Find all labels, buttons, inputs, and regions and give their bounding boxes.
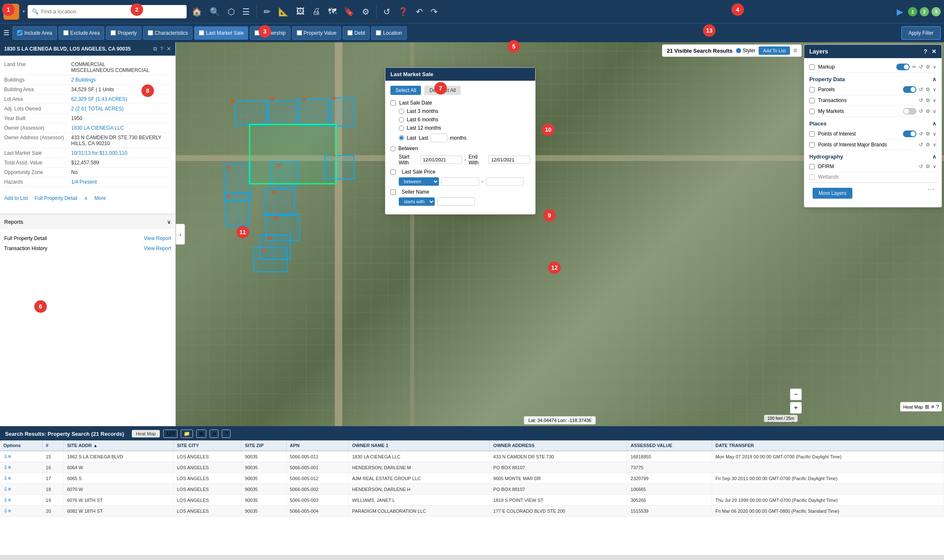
include-area-checkbox[interactable] <box>17 30 23 36</box>
add-to-list-link[interactable]: Add to List <box>4 191 28 205</box>
markup-toggle[interactable] <box>896 64 910 70</box>
filter-property-value[interactable]: Property Value <box>292 26 341 40</box>
table-row[interactable]: ⇩≡ 19 6076 W 18TH ST LOS ANGELES 90035 5… <box>0 495 944 506</box>
between-radio[interactable] <box>390 146 396 151</box>
markup-refresh-icon[interactable]: ↺ <box>919 64 923 70</box>
exclude-area-checkbox[interactable] <box>63 30 69 36</box>
debt-checkbox[interactable] <box>347 30 353 36</box>
price-filter-select[interactable]: between greater than less than <box>399 177 439 186</box>
select-all-button[interactable]: Select All <box>390 86 421 95</box>
last-sale-price-checkbox[interactable] <box>390 169 396 175</box>
hydrography-chevron[interactable]: ∧ <box>932 153 936 160</box>
home-icon[interactable]: 🏠 <box>189 5 205 18</box>
zoom-in-button[interactable]: + <box>790 402 802 414</box>
parcel-16[interactable] <box>330 97 355 127</box>
poi-chevron-icon[interactable]: ∨ <box>933 131 936 137</box>
start-date-input[interactable] <box>420 156 462 164</box>
menu-icon[interactable]: ☰ <box>3 29 9 37</box>
table-list-button[interactable]: ≡ <box>210 430 218 438</box>
property-data-chevron[interactable]: ∧ <box>932 76 936 82</box>
last-sale-date-checkbox[interactable] <box>390 100 396 106</box>
property-value-checkbox[interactable] <box>297 30 302 36</box>
parcel-18[interactable] <box>298 99 329 126</box>
col-date-transfer[interactable]: DATE TRANSFER <box>712 440 944 451</box>
filter-property[interactable]: Property <box>106 26 141 40</box>
forward-icon[interactable]: ↷ <box>428 5 440 18</box>
horizontal-scroll-bar[interactable] <box>0 555 944 560</box>
col-apn[interactable]: APN <box>286 440 349 451</box>
table-row[interactable]: ⇩≡ 20 6082 W 18TH ST LOS ANGELES 90035 5… <box>0 506 944 517</box>
col-owner-addr[interactable]: OWNER ADDRESS <box>490 440 627 451</box>
location-checkbox[interactable] <box>376 30 381 36</box>
last-3-months-radio[interactable] <box>399 109 404 114</box>
table-view-button[interactable]: 123 <box>163 430 177 438</box>
apply-filter-button[interactable]: Apply Filter <box>901 26 941 40</box>
search-input[interactable] <box>41 8 182 15</box>
transactions-gear-icon[interactable]: ⚙ <box>926 97 930 103</box>
filter-location[interactable]: Location <box>371 26 406 40</box>
parcels-toggle[interactable] <box>903 86 916 93</box>
table-row[interactable]: ⇩≡ 18 6070 W LOS ANGELES 90035 5066-005-… <box>0 484 944 495</box>
col-options[interactable]: Options <box>0 440 42 451</box>
pencil-icon[interactable]: ✏ <box>261 5 273 18</box>
col-site-addr[interactable]: SITE ADDR ▲ <box>64 440 173 451</box>
parcel-14[interactable] <box>253 247 287 272</box>
wetlands-checkbox[interactable] <box>809 174 815 180</box>
play-icon[interactable]: ▶ <box>894 5 906 18</box>
dfirm-checkbox[interactable] <box>809 164 815 169</box>
markup-checkbox[interactable] <box>809 64 815 70</box>
table-row[interactable]: ⇩≡ 15 1862 S LA CIENEGA BLVD LOS ANGELES… <box>0 451 944 462</box>
parcels-checkbox[interactable] <box>809 87 815 92</box>
cell-options[interactable]: ⇩≡ <box>0 462 42 473</box>
buildings-value[interactable]: 2 Buildings <box>71 77 96 83</box>
cell-options[interactable]: ⇩≡ <box>0 451 42 462</box>
parcels-gear-icon[interactable]: ⚙ <box>926 87 930 92</box>
back-icon[interactable]: ↶ <box>413 5 426 18</box>
my-markets-chevron-icon[interactable]: ∨ <box>933 108 936 114</box>
my-markets-toggle[interactable] <box>903 108 916 115</box>
last-12-months-radio[interactable] <box>399 125 404 131</box>
poi-checkbox[interactable] <box>809 131 815 137</box>
parcel-19[interactable] <box>268 100 297 124</box>
places-chevron[interactable]: ∧ <box>932 120 936 127</box>
measure-icon[interactable]: 📐 <box>276 5 291 18</box>
selected-parcel[interactable] <box>249 124 337 184</box>
seller-filter-select[interactable]: starts with contains <box>399 197 435 206</box>
lot-area-value[interactable]: 62,329 SF (1.43 ACRES) <box>71 96 127 102</box>
parcels-chevron-icon[interactable]: ∨ <box>933 87 936 92</box>
custom-months-input[interactable] <box>431 133 447 142</box>
cell-options[interactable]: ⇩≡ <box>0 473 42 484</box>
transactions-checkbox[interactable] <box>809 98 815 103</box>
seller-name-checkbox[interactable] <box>390 189 396 195</box>
add-to-list-button[interactable]: Add To List <box>759 46 790 55</box>
transactions-chevron-icon[interactable]: ∨ <box>933 97 936 103</box>
layers-icon[interactable]: ⬡ <box>225 5 237 18</box>
col-site-city[interactable]: SITE CITY <box>173 440 241 451</box>
col-assessed[interactable]: ASSESSED VALUE <box>627 440 712 451</box>
heat-map-button[interactable]: Heat Map <box>132 430 160 437</box>
collapse-panel-button[interactable]: ‹ <box>176 224 185 245</box>
reports-header[interactable]: Reports ∨ <box>0 215 175 229</box>
hazards-value[interactable]: 1/4 Present <box>71 179 97 185</box>
parcel-11[interactable] <box>264 189 295 216</box>
table-row[interactable]: ⇩≡ 16 6064 W LOS ANGELES 90035 5066-005-… <box>0 462 944 473</box>
table-row[interactable]: ⇩≡ 17 6065 S LOS ANGELES 90035 5066-005-… <box>0 473 944 484</box>
layers-close-icon[interactable]: ✕ <box>931 48 936 55</box>
poi-toggle[interactable] <box>903 130 916 137</box>
property-checkbox[interactable] <box>110 30 116 36</box>
adj-lots-value[interactable]: 2 (2.61 TOTAL ACRES) <box>71 106 124 112</box>
owner-assessor-value[interactable]: 1830 LA CIENEGA LLC <box>71 125 124 131</box>
dropdown-arrow[interactable]: ▾ <box>23 9 25 14</box>
search-icon[interactable]: 🔍 <box>207 5 223 18</box>
filter-last-market-sale[interactable]: Last Market Sale <box>194 26 248 40</box>
copy-icon[interactable]: ⧉ <box>153 46 157 52</box>
poi-refresh-icon[interactable]: ↺ <box>919 131 923 137</box>
col-num[interactable]: # <box>42 440 64 451</box>
filter-exclude-area[interactable]: Exclude Area <box>59 26 105 40</box>
my-markets-refresh-icon[interactable]: ↺ <box>919 108 923 114</box>
my-markets-gear-icon[interactable]: ⚙ <box>926 108 930 114</box>
cell-options[interactable]: ⇩≡ <box>0 484 42 495</box>
zoom-out-button[interactable]: − <box>790 389 802 400</box>
more-link[interactable]: ∧ More <box>84 191 106 205</box>
layers-help-icon[interactable]: ? <box>923 48 927 55</box>
